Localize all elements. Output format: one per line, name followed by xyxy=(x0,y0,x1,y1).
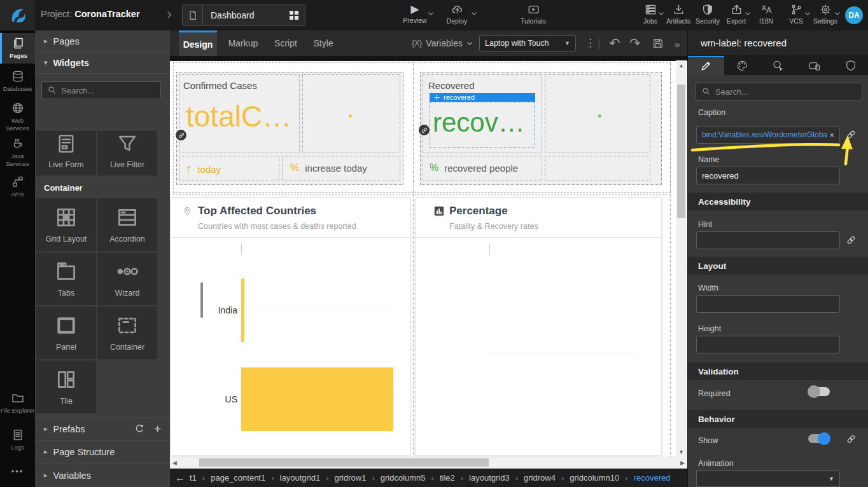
today-stat-cell[interactable]: ↑ today xyxy=(179,156,279,181)
rail-overflow-button[interactable]: ••• xyxy=(0,467,35,476)
breadcrumb-item[interactable]: page_content1 xyxy=(209,473,267,483)
top-affected-countries-panel[interactable]: Top Affected Countries Countries with mo… xyxy=(171,197,410,456)
tab-devices[interactable] xyxy=(796,56,832,75)
canvas-vertical-scrollbar[interactable]: ▲ ▼ xyxy=(676,60,687,457)
hint-field[interactable] xyxy=(696,231,840,249)
tab-security[interactable] xyxy=(832,56,868,75)
widget-tile-wizard[interactable]: Wizard xyxy=(97,252,157,305)
tab-style[interactable]: Style xyxy=(307,31,339,56)
tab-design[interactable]: Design xyxy=(179,31,217,56)
bar-us[interactable] xyxy=(241,367,393,431)
move-handle-icon[interactable] xyxy=(434,95,440,100)
breadcrumb-item[interactable]: gridcolumn10 xyxy=(568,473,621,483)
widget-tile-live-filter[interactable]: Live Filter xyxy=(97,131,157,175)
widget-tile-tabs[interactable]: Tabs xyxy=(36,252,96,305)
breadcrumb-item[interactable]: layoutgrid3 xyxy=(467,473,512,483)
rail-item-pages[interactable]: Pages xyxy=(0,33,35,64)
confirmed-label-cell[interactable]: Confirmed Cases totalC… xyxy=(179,74,300,153)
app-logo[interactable] xyxy=(0,0,35,31)
name-input[interactable] xyxy=(702,171,834,181)
animation-select[interactable]: ▼ xyxy=(696,470,840,487)
hint-input[interactable] xyxy=(702,236,834,245)
tab-markup[interactable]: Markup xyxy=(223,31,263,56)
tutorials-button[interactable]: Tutorials xyxy=(517,4,550,25)
tab-events[interactable] xyxy=(760,56,797,75)
rail-item-file-explorer[interactable]: File Explorer xyxy=(0,388,35,422)
rail-item-logs[interactable]: Logs xyxy=(0,425,35,455)
width-field[interactable] xyxy=(696,295,840,313)
preview-chevron-icon[interactable] xyxy=(428,11,434,16)
confirmed-empty-cell[interactable] xyxy=(302,74,400,153)
property-search-input[interactable] xyxy=(715,87,856,97)
selected-widget-outline[interactable]: recov… xyxy=(430,102,535,147)
user-avatar[interactable]: DA xyxy=(845,6,863,24)
tab-properties[interactable] xyxy=(688,56,724,75)
rail-item-apis[interactable]: APIs xyxy=(0,172,35,202)
widget-search-input[interactable] xyxy=(61,86,155,95)
property-search[interactable] xyxy=(696,83,862,100)
breadcrumb-item-selected[interactable]: recovered xyxy=(632,473,673,483)
grid-view-icon[interactable] xyxy=(290,11,298,20)
artifacts-button[interactable]: Artifacts xyxy=(662,4,695,25)
deploy-button[interactable]: Deploy xyxy=(440,4,473,25)
preview-button[interactable]: ▶Preview xyxy=(398,4,431,24)
widget-tile-accordion[interactable]: Accordion xyxy=(97,198,157,251)
widget-tile-tile[interactable]: Tile xyxy=(36,360,96,413)
breadcrumb-item[interactable]: gridcolumn5 xyxy=(379,473,428,483)
name-field[interactable] xyxy=(696,167,840,184)
canvas-horizontal-scrollbar[interactable]: ◀ ▶ xyxy=(170,456,687,469)
behavior-section-header[interactable]: Behavior xyxy=(688,410,868,428)
variables-section-header[interactable]: ▸ Variables xyxy=(35,463,170,487)
caption-input[interactable] xyxy=(702,130,827,139)
hint-bind-link-icon[interactable] xyxy=(846,235,857,245)
tile-confirmed-cases[interactable]: Confirmed Cases totalC… ↑ today % increa… xyxy=(176,72,403,185)
recovered-people-label[interactable]: recovered people xyxy=(444,163,518,174)
refresh-prefabs-icon[interactable] xyxy=(134,423,145,434)
recovered-label-widget[interactable]: recov… xyxy=(433,107,533,138)
vertical-scroll-thumb[interactable] xyxy=(677,85,685,218)
widget-tile-live-form[interactable]: Live Form xyxy=(36,131,96,175)
rail-item-web-services[interactable]: Web Services xyxy=(0,98,35,132)
accessibility-section-header[interactable]: Accessibility xyxy=(688,193,868,210)
redo-icon[interactable]: ↷ xyxy=(629,36,641,50)
horizontal-scroll-thumb[interactable] xyxy=(199,458,489,467)
pages-section-header[interactable]: ▸ Pages + « xyxy=(35,31,170,52)
percentage-panel[interactable]: Percentage Fatality & Recovery rates xyxy=(416,197,662,456)
show-toggle[interactable] xyxy=(808,432,830,445)
increase-today-label[interactable]: increase today xyxy=(305,163,367,174)
i18n-button[interactable]: I18N xyxy=(750,4,783,25)
breadcrumb-item[interactable]: layoutgrid1 xyxy=(278,473,323,483)
height-input[interactable] xyxy=(702,340,834,350)
deploy-chevron-icon[interactable] xyxy=(471,11,477,16)
clear-binding-icon[interactable]: × xyxy=(829,130,834,140)
scroll-left-icon[interactable]: ◀ xyxy=(172,460,177,466)
kebab-menu-icon[interactable]: ⋮ xyxy=(585,36,596,50)
breadcrumb-item[interactable]: tile2 xyxy=(438,473,457,483)
show-bind-link-icon[interactable] xyxy=(846,434,857,444)
tile-recovered[interactable]: Recovered recovered recov… % recovered p… xyxy=(420,72,662,185)
caption-bind-link-icon[interactable] xyxy=(846,129,857,140)
selection-badge[interactable]: recovered xyxy=(430,93,535,102)
undo-icon[interactable]: ↶ xyxy=(609,36,620,50)
confirmed-cases-title[interactable]: Confirmed Cases xyxy=(183,80,257,91)
bar-india[interactable] xyxy=(241,278,244,342)
recovered-label-cell[interactable]: Recovered recovered recov… xyxy=(423,74,542,153)
tab-script[interactable]: Script xyxy=(268,31,304,56)
height-field[interactable] xyxy=(696,336,840,353)
scroll-down-icon[interactable]: ▼ xyxy=(678,449,684,455)
widgets-section-header[interactable]: ▾ Widgets xyxy=(35,52,170,74)
rail-item-java-services[interactable]: Java Services xyxy=(0,134,35,168)
add-prefab-icon[interactable]: + xyxy=(154,423,161,434)
width-input[interactable] xyxy=(702,299,834,309)
expand-inspector-icon[interactable]: » xyxy=(675,38,680,51)
total-cases-label-widget[interactable]: totalC… xyxy=(186,99,298,134)
page-tab-dashboard[interactable]: Dashboard xyxy=(182,4,305,26)
recovered-stat-cell[interactable]: % recovered people xyxy=(423,156,542,181)
widget-tile-panel[interactable]: Panel xyxy=(36,306,96,359)
breadcrumb-item[interactable]: gridrow1 xyxy=(333,473,368,483)
increase-stat-cell[interactable]: % increase today xyxy=(282,156,400,181)
breadcrumb-item[interactable]: t1 xyxy=(188,473,199,483)
widget-search[interactable] xyxy=(41,81,161,99)
device-preview-select[interactable]: Laptop with Touch ▼ xyxy=(479,35,576,51)
validation-section-header[interactable]: Validation xyxy=(688,362,868,380)
